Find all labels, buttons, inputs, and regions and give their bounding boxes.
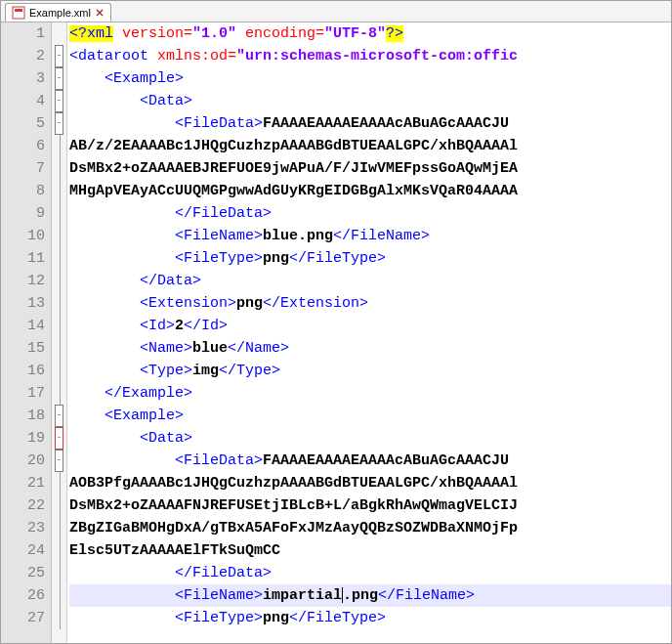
line-number: 1 [1,22,45,45]
line-number: 8 [1,180,45,202]
fold-column: ------- [52,22,67,643]
line-number: 27 [1,607,45,629]
code-line[interactable]: DsMBx2+oZAAAAFNJREFUSEtjIBLcB+L/aBgkRhAw… [69,494,671,517]
code-line[interactable]: </FileData> [69,562,671,584]
line-number-gutter: 1234567891011121314151617181920212223242… [1,22,52,643]
line-number: 16 [1,360,45,382]
code-line[interactable]: MHgApVEAyACcUUQMGPgwwAdGUyKRgEIDGBgAlxMK… [69,180,671,202]
line-number: 19 [1,427,45,450]
code-line[interactable]: Elsc5UTzAAAAAElFTkSuQmCC [69,539,671,562]
line-number: 3 [1,67,45,90]
line-number: 2 [1,45,45,67]
line-number: 6 [1,135,45,157]
fold-marker[interactable]: - [52,45,66,67]
code-line[interactable]: <FileName>impartial.png</FileName> [69,584,671,607]
code-line[interactable]: <Name>blue</Name> [69,337,671,360]
code-line[interactable]: <?xml version="1.0" encoding="UTF-8"?> [69,22,671,45]
line-number: 13 [1,292,45,315]
line-number: 11 [1,247,45,270]
tab-bar: Example.xml [1,1,671,22]
line-number: 7 [1,157,45,180]
code-line[interactable]: AOB3PfgAAAABc1JHQgCuzhzpAAAABGdBTUEAALGP… [69,472,671,494]
fold-marker [52,292,66,315]
line-number: 9 [1,202,45,225]
code-line[interactable]: <Example> [69,405,671,427]
code-line[interactable]: <FileData>FAAAAEAAAAEAAAAcABuAGcAAACJU [69,112,671,135]
line-number: 15 [1,337,45,360]
code-line[interactable]: </Data> [69,270,671,292]
code-line[interactable]: <FileType>png</FileType> [69,247,671,270]
fold-marker [52,157,66,180]
code-editor[interactable]: 1234567891011121314151617181920212223242… [1,22,671,643]
fold-toggle-icon[interactable]: - [55,427,63,450]
fold-marker[interactable]: - [52,67,66,90]
fold-marker[interactable]: - [52,112,66,135]
code-line[interactable]: <FileName>blue.png</FileName> [69,225,671,247]
line-number: 5 [1,112,45,135]
svg-rect-0 [13,7,24,19]
line-number: 26 [1,584,45,607]
code-line[interactable]: <dataroot xmlns:od="urn:schemas-microsof… [69,45,671,67]
code-line[interactable]: AB/z/2EAAAABc1JHQgCuzhzpAAAABGdBTUEAALGP… [69,135,671,157]
code-line[interactable]: <Data> [69,90,671,112]
line-number: 12 [1,270,45,292]
file-tab[interactable]: Example.xml [5,3,111,21]
fold-toggle-icon[interactable]: - [55,90,63,112]
line-number: 10 [1,225,45,247]
fold-toggle-icon[interactable]: - [55,405,63,427]
line-number: 24 [1,539,45,562]
fold-marker [52,382,66,405]
tab-filename: Example.xml [29,7,91,19]
fold-marker [52,607,66,629]
code-line[interactable]: ZBgZIGaBMOHgDxA/gTBxA5AFoFxJMzAayQQBzSOZ… [69,517,671,539]
fold-marker [52,562,66,584]
close-icon[interactable] [95,8,105,18]
fold-marker [52,180,66,202]
code-line[interactable]: <Extension>png</Extension> [69,292,671,315]
code-line[interactable]: <Data> [69,427,671,450]
fold-marker[interactable]: - [52,405,66,427]
fold-marker [52,247,66,270]
fold-marker[interactable]: - [52,90,66,112]
fold-toggle-icon[interactable]: - [55,45,63,67]
fold-marker [52,135,66,157]
svg-rect-1 [15,9,22,12]
code-line[interactable]: <FileData>FAAAAEAAAAEAAAAcABuAGcAAACJU [69,450,671,472]
code-line[interactable]: </Example> [69,382,671,405]
fold-marker[interactable]: - [52,427,66,450]
code-area[interactable]: <?xml version="1.0" encoding="UTF-8"?><d… [67,22,671,643]
code-line[interactable]: </FileData> [69,202,671,225]
fold-marker [52,584,66,607]
code-line[interactable]: <Example> [69,67,671,90]
fold-marker [52,360,66,382]
code-line[interactable]: DsMBx2+oZAAAAEBJREFUOE9jwAPuA/F/JIwVMEFp… [69,157,671,180]
fold-marker [52,337,66,360]
fold-marker [52,472,66,494]
fold-marker [52,225,66,247]
code-line[interactable]: <Id>2</Id> [69,315,671,337]
fold-marker [52,494,66,517]
line-number: 18 [1,405,45,427]
fold-toggle-icon[interactable]: - [55,112,63,135]
fold-marker [52,202,66,225]
code-line[interactable]: <Type>img</Type> [69,360,671,382]
line-number: 4 [1,90,45,112]
fold-toggle-icon[interactable]: - [55,450,63,472]
code-line[interactable]: <FileType>png</FileType> [69,607,671,629]
line-number: 17 [1,382,45,405]
line-number: 21 [1,472,45,494]
xml-file-icon [12,6,25,20]
line-number: 22 [1,494,45,517]
line-number: 14 [1,315,45,337]
fold-toggle-icon[interactable]: - [55,67,63,90]
fold-marker [52,22,66,45]
line-number: 25 [1,562,45,584]
fold-marker [52,315,66,337]
fold-marker [52,539,66,562]
fold-marker [52,270,66,292]
line-number: 20 [1,450,45,472]
fold-marker [52,517,66,539]
fold-marker[interactable]: - [52,450,66,472]
line-number: 23 [1,517,45,539]
